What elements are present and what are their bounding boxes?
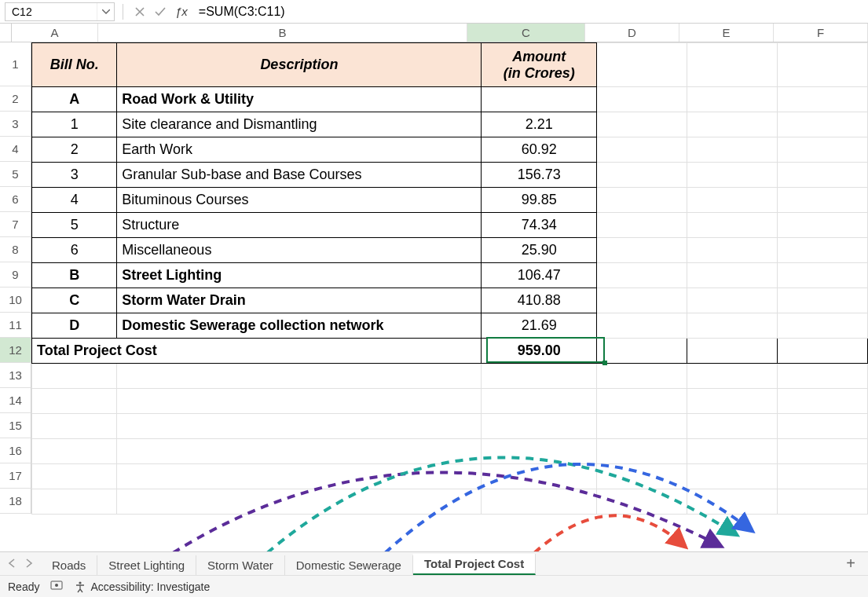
- cell-B15[interactable]: [117, 414, 482, 439]
- fill-handle[interactable]: [602, 361, 607, 365]
- name-box[interactable]: C12: [5, 2, 115, 21]
- cell-D13[interactable]: [597, 364, 687, 389]
- cell-A7[interactable]: 5: [32, 213, 117, 238]
- cell-F5[interactable]: [778, 163, 868, 188]
- sheet-next-button[interactable]: [25, 558, 33, 570]
- cell-F3[interactable]: [778, 112, 868, 137]
- row-header-9[interactable]: 9: [0, 262, 31, 288]
- sheet-tab-storm-water[interactable]: Storm Water: [196, 555, 285, 575]
- row-header-15[interactable]: 15: [0, 413, 31, 438]
- cell-F14[interactable]: [778, 389, 868, 414]
- cell-F6[interactable]: [778, 188, 868, 213]
- cell-C8[interactable]: 25.90: [482, 238, 597, 263]
- col-header-D[interactable]: D: [585, 24, 679, 42]
- cell-C1[interactable]: Amount (in Crores): [482, 43, 597, 87]
- row-header-16[interactable]: 16: [0, 438, 31, 463]
- cell-D8[interactable]: [597, 238, 687, 263]
- row-header-13[interactable]: 13: [0, 363, 31, 388]
- cell-E4[interactable]: [687, 137, 778, 163]
- cell-E17[interactable]: [687, 464, 778, 489]
- cell-A16[interactable]: [32, 439, 117, 464]
- cell-C6[interactable]: 99.85: [482, 188, 597, 213]
- cell-C16[interactable]: [482, 439, 597, 464]
- cell-D7[interactable]: [597, 213, 687, 238]
- cell-A1[interactable]: Bill No.: [32, 43, 117, 87]
- cell-E7[interactable]: [687, 213, 778, 238]
- cell-D9[interactable]: [597, 263, 687, 288]
- cell-E9[interactable]: [687, 263, 778, 288]
- row-header-10[interactable]: 10: [0, 288, 31, 313]
- cell-B6[interactable]: Bituminous Courses: [117, 188, 482, 213]
- cell-E11[interactable]: [687, 313, 778, 339]
- cell-E6[interactable]: [687, 188, 778, 213]
- row-header-17[interactable]: 17: [0, 463, 31, 489]
- cell-D17[interactable]: [597, 464, 687, 489]
- cell-F17[interactable]: [778, 464, 868, 489]
- row-header-7[interactable]: 7: [0, 212, 31, 237]
- sheet-tab-total-project-cost[interactable]: Total Project Cost: [413, 554, 536, 575]
- name-box-dropdown[interactable]: [97, 3, 114, 20]
- cell-D5[interactable]: [597, 163, 687, 188]
- cells-area[interactable]: Bill No.DescriptionAmount (in Crores)ARo…: [31, 42, 868, 515]
- cell-D16[interactable]: [597, 439, 687, 464]
- cell-D12[interactable]: [597, 339, 687, 364]
- cell-E13[interactable]: [687, 364, 778, 389]
- cell-C12[interactable]: 959.00: [482, 339, 597, 364]
- cell-C14[interactable]: [482, 389, 597, 414]
- cell-A10[interactable]: C: [32, 288, 117, 313]
- cell-F10[interactable]: [778, 288, 868, 313]
- cell-F9[interactable]: [778, 263, 868, 288]
- sheet-tab-domestic-sewerage[interactable]: Domestic Sewerage: [285, 555, 413, 575]
- row-header-12[interactable]: 12: [0, 338, 31, 363]
- cell-B7[interactable]: Structure: [117, 213, 482, 238]
- cell-F7[interactable]: [778, 213, 868, 238]
- cell-F18[interactable]: [778, 489, 868, 515]
- cell-C18[interactable]: [482, 489, 597, 515]
- row-header-2[interactable]: 2: [0, 86, 31, 112]
- cell-C10[interactable]: 410.88: [482, 288, 597, 313]
- cell-B17[interactable]: [117, 464, 482, 489]
- cell-E3[interactable]: [687, 112, 778, 137]
- accept-formula-button[interactable]: [152, 3, 169, 20]
- row-header-3[interactable]: 3: [0, 112, 31, 137]
- fx-label[interactable]: ƒx: [175, 5, 188, 18]
- macro-record-icon[interactable]: [50, 580, 63, 593]
- col-header-C[interactable]: C: [467, 24, 585, 42]
- cell-C7[interactable]: 74.34: [482, 213, 597, 238]
- cell-C9[interactable]: 106.47: [482, 263, 597, 288]
- cell-F2[interactable]: [778, 87, 868, 112]
- cell-A3[interactable]: 1: [32, 112, 117, 137]
- cell-E12[interactable]: [687, 339, 778, 364]
- cell-E2[interactable]: [687, 87, 778, 112]
- cell-E10[interactable]: [687, 288, 778, 313]
- cell-C11[interactable]: 21.69: [482, 313, 597, 339]
- cell-B4[interactable]: Earth Work: [117, 137, 482, 163]
- cell-F4[interactable]: [778, 137, 868, 163]
- cell-B16[interactable]: [117, 439, 482, 464]
- cell-D4[interactable]: [597, 137, 687, 163]
- accessibility-status[interactable]: Accessibility: Investigate: [74, 581, 210, 593]
- cell-B11[interactable]: Domestic Sewerage collection network: [117, 313, 482, 339]
- cell-A11[interactable]: D: [32, 313, 117, 339]
- cell-F16[interactable]: [778, 439, 868, 464]
- sheet-tab-roads[interactable]: Roads: [41, 555, 97, 575]
- cell-A8[interactable]: 6: [32, 238, 117, 263]
- row-header-18[interactable]: 18: [0, 489, 31, 514]
- cell-D18[interactable]: [597, 489, 687, 515]
- cell-A5[interactable]: 3: [32, 163, 117, 188]
- cell-D11[interactable]: [597, 313, 687, 339]
- cell-D6[interactable]: [597, 188, 687, 213]
- cell-C15[interactable]: [482, 414, 597, 439]
- cell-B3[interactable]: Site clearance and Dismantling: [117, 112, 482, 137]
- row-header-6[interactable]: 6: [0, 187, 31, 212]
- cell-C2[interactable]: [482, 87, 597, 112]
- cell-D14[interactable]: [597, 389, 687, 414]
- cell-D1[interactable]: [597, 43, 687, 87]
- row-header-8[interactable]: 8: [0, 237, 31, 262]
- cell-B8[interactable]: Miscellaneous: [117, 238, 482, 263]
- cell-A14[interactable]: [32, 389, 117, 414]
- cell-A17[interactable]: [32, 464, 117, 489]
- cell-E18[interactable]: [687, 489, 778, 515]
- col-header-E[interactable]: E: [679, 24, 774, 42]
- cell-A9[interactable]: B: [32, 263, 117, 288]
